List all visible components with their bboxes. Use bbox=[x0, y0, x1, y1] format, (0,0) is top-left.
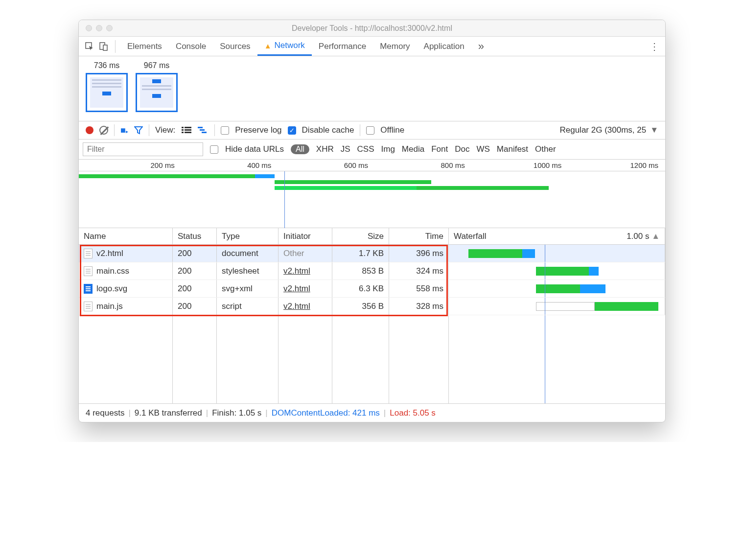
device-toggle-icon[interactable] bbox=[96, 40, 110, 53]
clear-button[interactable] bbox=[99, 126, 108, 135]
table-header: Name Status Type Initiator Size Time Wat… bbox=[79, 228, 665, 245]
view-list-icon[interactable] bbox=[181, 126, 192, 135]
col-time[interactable]: Time bbox=[389, 228, 449, 244]
disable-cache-label: Disable cache bbox=[302, 125, 354, 135]
view-waterfall-icon[interactable] bbox=[198, 126, 209, 135]
dcl-marker bbox=[284, 171, 285, 228]
filter-type[interactable]: JS bbox=[341, 144, 350, 154]
filter-input[interactable] bbox=[83, 142, 203, 156]
devtools-window: Developer Tools - http://localhost:3000/… bbox=[78, 20, 666, 422]
tab-application[interactable]: Application bbox=[417, 37, 471, 56]
file-icon bbox=[84, 284, 93, 294]
status-finish: Finish: 1.05 s bbox=[212, 408, 261, 418]
svg-rect-2 bbox=[103, 45, 107, 50]
filter-toggle-icon[interactable] bbox=[134, 126, 143, 135]
titlebar: Developer Tools - http://localhost:3000/… bbox=[79, 20, 665, 37]
inspect-icon[interactable] bbox=[83, 40, 96, 53]
timeline-overview[interactable]: 200 ms 400 ms 600 ms 800 ms 1000 ms 1200… bbox=[79, 160, 665, 228]
filter-type[interactable]: XHR bbox=[316, 144, 334, 154]
svg-rect-9 bbox=[198, 127, 203, 128]
filter-type[interactable]: Media bbox=[402, 144, 424, 154]
tab-performance[interactable]: Performance bbox=[312, 37, 373, 56]
status-transferred: 9.1 KB transferred bbox=[135, 408, 202, 418]
filter-type[interactable]: Manifest bbox=[497, 144, 528, 154]
filter-type[interactable]: Other bbox=[535, 144, 556, 154]
throttle-select[interactable]: Regular 2G (300ms, 25▼ bbox=[559, 125, 658, 135]
sort-asc-icon: ▲ bbox=[651, 232, 660, 241]
svg-rect-8 bbox=[185, 132, 191, 133]
file-icon bbox=[84, 249, 93, 258]
filter-type[interactable]: Font bbox=[431, 144, 448, 154]
svg-rect-4 bbox=[185, 127, 191, 128]
network-toolbar: ■▸ View: Preserve log ✓ Disable cache Of… bbox=[79, 121, 665, 140]
panel-tabs: Elements Console Sources ▲Network Perfor… bbox=[79, 37, 665, 56]
disable-cache-checkbox[interactable]: ✓ bbox=[288, 126, 296, 135]
request-rows: v2.html 200 document Other 1.7 KB 396 ms… bbox=[79, 245, 665, 403]
hide-data-urls-label: Hide data URLs bbox=[225, 144, 284, 154]
filter-bar: Hide data URLs All XHR JS CSS Img Media … bbox=[79, 140, 665, 160]
initiator-link[interactable]: v2.html bbox=[283, 302, 310, 311]
col-type[interactable]: Type bbox=[217, 228, 279, 244]
empty-space bbox=[79, 315, 665, 403]
tab-network[interactable]: ▲Network bbox=[257, 37, 312, 56]
chevron-down-icon: ▼ bbox=[650, 125, 658, 135]
offline-checkbox[interactable] bbox=[366, 126, 374, 135]
svg-rect-7 bbox=[182, 132, 184, 133]
screenshot-icon[interactable]: ■▸ bbox=[120, 125, 128, 136]
filmstrip: 736 ms 967 ms bbox=[79, 56, 665, 121]
status-bar: 4 requests | 9.1 KB transferred | Finish… bbox=[79, 403, 665, 422]
table-row[interactable]: main.css 200 stylesheet v2.html 853 B 32… bbox=[79, 262, 665, 280]
filter-type-all[interactable]: All bbox=[291, 144, 309, 154]
tab-elements[interactable]: Elements bbox=[120, 37, 169, 56]
file-icon bbox=[84, 266, 93, 276]
col-size[interactable]: Size bbox=[332, 228, 389, 244]
col-name[interactable]: Name bbox=[79, 228, 173, 244]
initiator-link[interactable]: v2.html bbox=[283, 266, 310, 276]
filter-type[interactable]: WS bbox=[476, 144, 489, 154]
file-icon bbox=[84, 302, 93, 311]
table-row[interactable]: logo.svg 200 svg+xml v2.html 6.3 KB 558 … bbox=[79, 280, 665, 298]
svg-rect-6 bbox=[185, 129, 191, 131]
hide-data-urls-checkbox[interactable] bbox=[210, 145, 218, 154]
view-label: View: bbox=[155, 125, 175, 135]
svg-rect-3 bbox=[182, 127, 184, 128]
initiator-link[interactable]: v2.html bbox=[283, 284, 310, 294]
table-row[interactable]: main.js 200 script v2.html 356 B 328 ms bbox=[79, 298, 665, 315]
status-requests: 4 requests bbox=[86, 408, 124, 418]
status-dcl: DOMContentLoaded: 421 ms bbox=[272, 408, 380, 418]
filter-type[interactable]: CSS bbox=[357, 144, 374, 154]
svg-rect-10 bbox=[200, 129, 205, 131]
offline-label: Offline bbox=[380, 125, 404, 135]
filter-type[interactable]: Doc bbox=[455, 144, 469, 154]
status-load: Load: 5.05 s bbox=[390, 408, 436, 418]
preserve-log-label: Preserve log bbox=[235, 125, 281, 135]
tab-console[interactable]: Console bbox=[169, 37, 213, 56]
tabs-overflow[interactable]: » bbox=[471, 37, 491, 56]
preserve-log-checkbox[interactable] bbox=[221, 126, 229, 135]
filmstrip-frame[interactable]: 736 ms bbox=[86, 61, 128, 112]
warning-icon: ▲ bbox=[264, 42, 272, 50]
svg-rect-11 bbox=[202, 132, 207, 133]
tab-sources[interactable]: Sources bbox=[213, 37, 257, 56]
svg-rect-5 bbox=[182, 129, 184, 131]
col-initiator[interactable]: Initiator bbox=[279, 228, 332, 244]
col-waterfall[interactable]: Waterfall 1.00 s ▲ bbox=[449, 228, 665, 244]
record-button[interactable] bbox=[86, 126, 93, 134]
col-status[interactable]: Status bbox=[173, 228, 217, 244]
tab-memory[interactable]: Memory bbox=[373, 37, 417, 56]
filmstrip-frame[interactable]: 967 ms bbox=[136, 61, 178, 112]
table-row[interactable]: v2.html 200 document Other 1.7 KB 396 ms bbox=[79, 245, 665, 262]
window-title: Developer Tools - http://localhost:3000/… bbox=[79, 24, 665, 33]
kebab-menu-icon[interactable]: ⋮ bbox=[648, 40, 661, 53]
filter-type[interactable]: Img bbox=[381, 144, 395, 154]
